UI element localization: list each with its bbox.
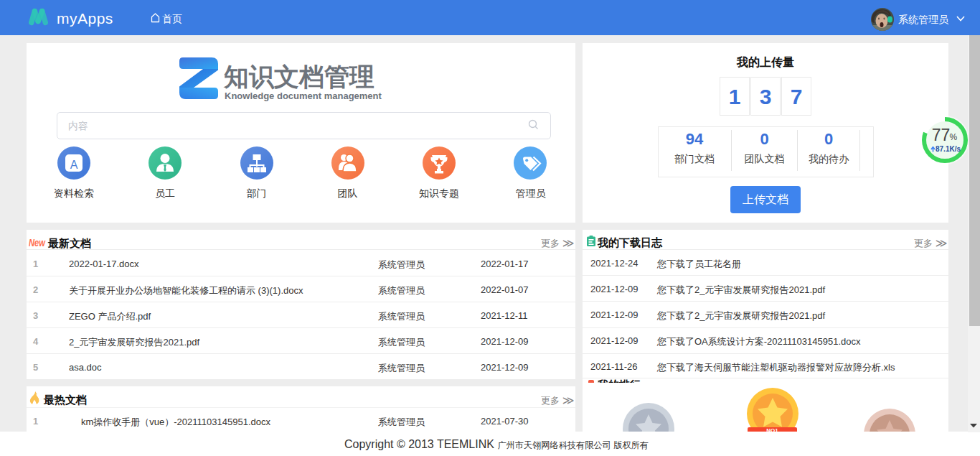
svg-text:87.1K/s: 87.1K/s [936,145,961,153]
svg-text:A: A [70,159,78,171]
svg-text:77: 77 [932,126,951,144]
svg-text:%: % [950,132,958,142]
